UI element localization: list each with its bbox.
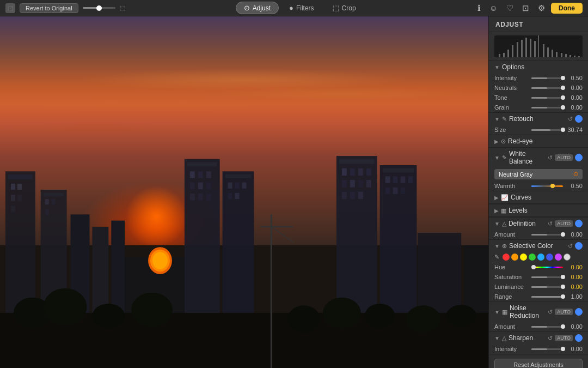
warmth-slider[interactable] xyxy=(531,185,563,187)
noise-chevron: ▼ xyxy=(494,309,500,315)
definition-amount-label: Amount xyxy=(494,231,528,238)
noise-circle-btn[interactable] xyxy=(575,308,583,316)
curves-chevron: ▶ xyxy=(494,195,499,201)
neutrals-label: Neutrals xyxy=(494,85,528,91)
share-button[interactable]: ⊡ xyxy=(519,2,532,15)
emoji-button[interactable]: ☺ xyxy=(487,2,500,14)
curves-row[interactable]: ▶ 📈 Curves xyxy=(489,191,588,204)
warmth-value: 0.50 xyxy=(566,183,583,189)
options-header[interactable]: ▼ Options xyxy=(489,61,588,73)
swatch-cyan[interactable] xyxy=(537,254,544,261)
main-content: ADJUST xyxy=(0,16,588,368)
intensity-slider[interactable] xyxy=(531,77,563,79)
heart-button[interactable]: ♡ xyxy=(504,2,516,15)
retouch-circle-btn[interactable] xyxy=(575,115,583,123)
selcolor-luminance-label: Luminance xyxy=(494,283,528,290)
grain-label: Grain xyxy=(494,104,528,111)
selcolor-luminance-slider[interactable] xyxy=(531,286,563,288)
sharpen-icon: △ xyxy=(502,335,506,342)
noise-reduction-header[interactable]: ▼ ▦ Noise Reduction ↺ AUTO xyxy=(489,302,588,322)
tab-crop[interactable]: ⬚ Crop xyxy=(324,2,364,14)
wb-dropdown[interactable]: Neutral Gray ⊙ xyxy=(494,169,583,179)
sharpen-chevron: ▼ xyxy=(494,335,500,341)
noise-icon: ▦ xyxy=(502,309,507,316)
selcolor-luminance-row: Luminance 0.00 xyxy=(489,282,588,292)
color-swatches-row: ✎ xyxy=(489,252,588,262)
selcolor-circle-btn[interactable] xyxy=(575,242,583,250)
tab-adjust[interactable]: ⊙ Adjust xyxy=(236,2,279,14)
noise-amount-value: 0.00 xyxy=(566,323,583,330)
wb-reset-icon[interactable]: ↺ xyxy=(548,154,553,161)
definition-header[interactable]: ▼ △ Definition ↺ AUTO xyxy=(489,218,588,230)
panel-header: ADJUST xyxy=(489,16,588,32)
dropdown-arrow-icon: ⊙ xyxy=(573,171,578,178)
swatch-orange[interactable] xyxy=(511,254,518,261)
levels-icon: ▦ xyxy=(501,207,506,214)
redeye-header[interactable]: ▶ ⊙ Red-eye xyxy=(489,135,588,147)
selcolor-icon: ⊛ xyxy=(502,243,507,250)
warmth-row: Warmth 0.50 xyxy=(489,181,588,191)
retouch-reset-icon[interactable]: ↺ xyxy=(568,116,573,123)
histogram-divider xyxy=(538,35,539,57)
histogram xyxy=(494,35,583,57)
sharpen-reset-icon[interactable]: ↺ xyxy=(548,335,553,342)
tone-slider[interactable] xyxy=(531,97,563,99)
swatch-green[interactable] xyxy=(529,254,536,261)
wb-circle-btn[interactable] xyxy=(575,154,583,161)
swatch-purple[interactable] xyxy=(555,254,562,261)
selcolor-saturation-row: Saturation 0.00 xyxy=(489,272,588,282)
wb-dropdown-row: Neutral Gray ⊙ xyxy=(489,167,588,181)
sharpen-circle-btn[interactable] xyxy=(575,334,583,342)
selective-color-header[interactable]: ▼ ⊛ Selective Color ↺ xyxy=(489,240,588,252)
levels-section: ▶ ▦ Levels xyxy=(489,204,588,218)
selcolor-saturation-slider[interactable] xyxy=(531,276,563,278)
selcolor-hue-slider[interactable] xyxy=(531,267,563,268)
definition-circle-btn[interactable] xyxy=(575,220,583,227)
swatch-red[interactable] xyxy=(503,254,510,261)
levels-row[interactable]: ▶ ▦ Levels xyxy=(489,204,588,217)
retouch-pen-icon: ✎ xyxy=(502,116,507,123)
definition-reset-icon[interactable]: ↺ xyxy=(548,220,553,227)
sharpen-auto-badge: AUTO xyxy=(555,335,573,341)
selcolor-saturation-value: 0.00 xyxy=(566,274,583,280)
retouch-header[interactable]: ▼ ✎ Retouch ↺ xyxy=(489,113,588,125)
wb-pen-icon: ✎ xyxy=(502,154,507,161)
selcolor-pen-icon[interactable]: ✎ xyxy=(494,254,499,261)
wb-header[interactable]: ▼ ✎ White Balance ↺ AUTO xyxy=(489,148,588,167)
noise-reduction-section: ▼ ▦ Noise Reduction ↺ AUTO Amount 0.00 xyxy=(489,302,588,332)
revert-button[interactable]: Revert to Original xyxy=(20,3,78,13)
done-button[interactable]: Done xyxy=(551,3,583,14)
top-bar: ⬚ Revert to Original ⬚ ⊙ Adjust ● Filter… xyxy=(0,0,588,16)
photo-background xyxy=(0,16,488,368)
size-slider[interactable] xyxy=(531,129,563,131)
swatch-yellow[interactable] xyxy=(520,254,527,261)
neutrals-slider[interactable] xyxy=(531,87,563,89)
brightness-slider[interactable] xyxy=(83,7,115,9)
swatch-white[interactable] xyxy=(564,254,571,261)
photo-area xyxy=(0,16,488,368)
window-icon: ⬚ xyxy=(5,3,15,13)
sharpen-intensity-label: Intensity xyxy=(494,346,528,352)
grain-row: Grain 0.00 xyxy=(489,102,588,112)
noise-reset-icon[interactable]: ↺ xyxy=(548,309,553,316)
curves-section: ▶ 📈 Curves xyxy=(489,191,588,204)
adjust-icon: ⊙ xyxy=(244,4,250,12)
selcolor-chevron: ▼ xyxy=(494,243,500,249)
sharpen-intensity-slider[interactable] xyxy=(531,348,563,350)
selcolor-reset-icon[interactable]: ↺ xyxy=(568,243,573,250)
definition-amount-slider[interactable] xyxy=(531,234,563,236)
selcolor-luminance-value: 0.00 xyxy=(566,283,583,290)
settings-button[interactable]: ⚙ xyxy=(535,2,548,15)
selcolor-range-row: Range 1.00 xyxy=(489,292,588,301)
tab-filters[interactable]: ● Filters xyxy=(281,2,322,14)
definition-icon: △ xyxy=(502,220,506,227)
sharpen-header[interactable]: ▼ △ Sharpen ↺ AUTO xyxy=(489,332,588,344)
grain-slider[interactable] xyxy=(531,107,563,108)
swatch-blue[interactable] xyxy=(546,254,553,261)
sharpen-intensity-value: 0.00 xyxy=(566,346,583,352)
info-button[interactable]: ℹ xyxy=(475,2,483,15)
selcolor-range-slider[interactable] xyxy=(531,296,563,298)
reset-adjustments-button[interactable]: Reset Adjustments xyxy=(494,359,583,368)
noise-amount-slider[interactable] xyxy=(531,326,563,328)
size-value: 30.74 xyxy=(566,126,583,133)
